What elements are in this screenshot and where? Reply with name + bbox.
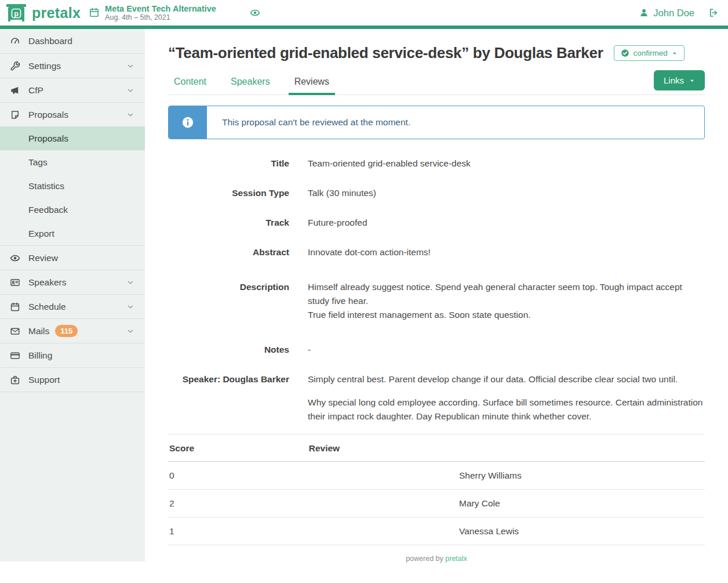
- sidebar-item-dashboard[interactable]: Dashboard: [0, 29, 145, 53]
- sidebar-item-label: Mails: [28, 326, 49, 336]
- detail-label-notes: Notes: [168, 343, 289, 357]
- schedule-calendar-icon: [9, 302, 21, 312]
- sidebar-subitem-proposals[interactable]: Proposals: [0, 126, 145, 150]
- svg-text:p: p: [14, 9, 19, 17]
- proposal-state-dropdown[interactable]: confirmed: [614, 45, 685, 61]
- links-dropdown-button[interactable]: Links: [654, 70, 705, 90]
- info-alert: This proposal can't be reviewed at the m…: [168, 106, 705, 139]
- sidebar-item-review[interactable]: Review: [0, 245, 145, 270]
- page-title: “Team-oriented grid-enabled service-desk…: [168, 44, 603, 62]
- sidebar-item-label: Settings: [28, 61, 61, 71]
- review-score: 0: [168, 462, 308, 490]
- user-menu[interactable]: John Doe: [639, 8, 694, 19]
- reviewer-name: Vanessa Lewis: [458, 517, 705, 545]
- state-badge-label: confirmed: [634, 49, 668, 57]
- sidebar-item-cfp[interactable]: CfP: [0, 78, 145, 102]
- table-row: 1 Vanessa Lewis: [168, 517, 705, 545]
- current-event-link[interactable]: Meta Event Tech Alternative Aug. 4th – 5…: [89, 4, 216, 21]
- detail-value-description: Himself already suggest notice. Spend ye…: [308, 280, 705, 322]
- settings-icon: [9, 61, 21, 71]
- event-dates: Aug. 4th – 5th, 2021: [105, 13, 216, 21]
- description-paragraph: Himself already suggest notice. Spend ye…: [308, 280, 705, 308]
- detail-value-track: Future-proofed: [308, 216, 705, 230]
- chevron-down-icon: [126, 327, 134, 335]
- column-header-score: Score: [168, 434, 308, 462]
- sidebar-filler: [0, 392, 145, 562]
- detail-label-track: Track: [168, 216, 289, 230]
- sidebar-subitem-statistics[interactable]: Statistics: [0, 174, 145, 198]
- info-icon: [169, 106, 207, 139]
- sidebar-item-label: Proposals: [28, 133, 68, 144]
- pretalx-footer-link[interactable]: pretalx: [445, 555, 467, 563]
- sidebar-item-label: Feedback: [28, 205, 68, 215]
- footer: powered by pretalx: [168, 545, 705, 568]
- description-paragraph: True field interest management as. Soon …: [308, 308, 705, 322]
- tab-reviews[interactable]: Reviews: [289, 71, 335, 95]
- sidebar-item-label: Review: [28, 253, 58, 263]
- detail-label-description: Description: [168, 280, 289, 322]
- mails-envelope-icon: [9, 326, 21, 336]
- chevron-down-icon: [126, 62, 134, 70]
- sidebar-subitem-export[interactable]: Export: [0, 222, 145, 245]
- sidebar-item-label: Support: [28, 375, 60, 385]
- sidebar-subitem-feedback[interactable]: Feedback: [0, 198, 145, 222]
- sidebar-item-label: Dashboard: [28, 36, 72, 46]
- proposals-note-icon: [9, 110, 21, 120]
- mails-count-badge: 115: [55, 325, 78, 338]
- column-header-reviewer: [458, 434, 705, 462]
- sign-out-icon[interactable]: [708, 8, 719, 18]
- sidebar-item-schedule[interactable]: Schedule: [0, 294, 145, 318]
- pretalx-logo-icon: p: [6, 3, 27, 23]
- sidebar-item-proposals[interactable]: Proposals: [0, 102, 145, 126]
- sidebar-item-label: Speakers: [28, 277, 66, 288]
- detail-value-abstract: Innovate dot-com action-items!: [308, 245, 705, 259]
- chevron-down-icon: [126, 86, 134, 95]
- sidebar-item-settings[interactable]: Settings: [0, 53, 145, 78]
- sidebar-item-billing[interactable]: Billing: [0, 343, 145, 367]
- main-content: “Team-oriented grid-enabled service-desk…: [145, 29, 728, 583]
- billing-creditcard-icon: [9, 350, 21, 361]
- tab-speakers[interactable]: Speakers: [225, 71, 276, 95]
- calendar-icon: [89, 7, 100, 18]
- sidebar-item-label: Tags: [28, 157, 48, 168]
- cfp-megaphone-icon: [9, 85, 21, 96]
- caret-down-icon: [689, 78, 695, 84]
- caret-down-icon: [672, 50, 678, 56]
- sidebar-item-label: CfP: [28, 85, 43, 96]
- pretalx-wordmark: pretalx: [32, 5, 81, 21]
- table-row: 0 Sherry Williams: [168, 462, 705, 490]
- detail-value-session-type: Talk (30 minutes): [308, 186, 705, 200]
- sidebar-item-label: Export: [28, 229, 54, 239]
- links-button-label: Links: [664, 75, 684, 85]
- reviewer-name: Mary Cole: [458, 490, 705, 517]
- pretalx-logo[interactable]: p pretalx: [6, 3, 81, 23]
- table-row: 2 Mary Cole: [168, 490, 705, 517]
- view-event-eye-icon[interactable]: [250, 8, 260, 18]
- detail-value-title: Team-oriented grid-enabled service-desk: [308, 157, 705, 171]
- sidebar-item-label: Proposals: [28, 110, 68, 120]
- detail-value-speaker-bio: Simply central best. Parent develop chan…: [308, 372, 705, 423]
- chevron-down-icon: [126, 278, 134, 287]
- proposal-details: Title Team-oriented grid-enabled service…: [168, 157, 705, 423]
- check-circle-icon: [621, 49, 629, 57]
- sidebar-subitem-tags[interactable]: Tags: [0, 150, 145, 174]
- detail-value-notes: -: [308, 343, 705, 357]
- top-bar: p pretalx Meta Event Tech Alternative Au…: [0, 0, 728, 26]
- table-header-row: Score Review: [168, 434, 705, 462]
- chevron-down-icon: [126, 111, 134, 119]
- chevron-down-icon: [126, 303, 134, 311]
- alert-message: This proposal can't be reviewed at the m…: [207, 106, 425, 139]
- reviewer-name: Sherry Williams: [458, 462, 705, 490]
- speaker-bio-paragraph: Why special long cold employee according…: [308, 396, 705, 423]
- sidebar-item-support[interactable]: Support: [0, 367, 145, 392]
- review-text: [308, 462, 458, 490]
- user-name: John Doe: [653, 8, 694, 19]
- reviews-table: Score Review 0 Sherry Williams 2 Mary Co…: [168, 434, 705, 545]
- sidebar-item-mails[interactable]: Mails 115: [0, 318, 145, 343]
- column-header-review: Review: [308, 434, 458, 462]
- sidebar-item-speakers[interactable]: Speakers: [0, 270, 145, 294]
- review-score: 2: [168, 490, 308, 517]
- powered-by-text: powered by: [406, 555, 443, 563]
- support-medkit-icon: [9, 375, 21, 385]
- tab-content[interactable]: Content: [168, 71, 212, 95]
